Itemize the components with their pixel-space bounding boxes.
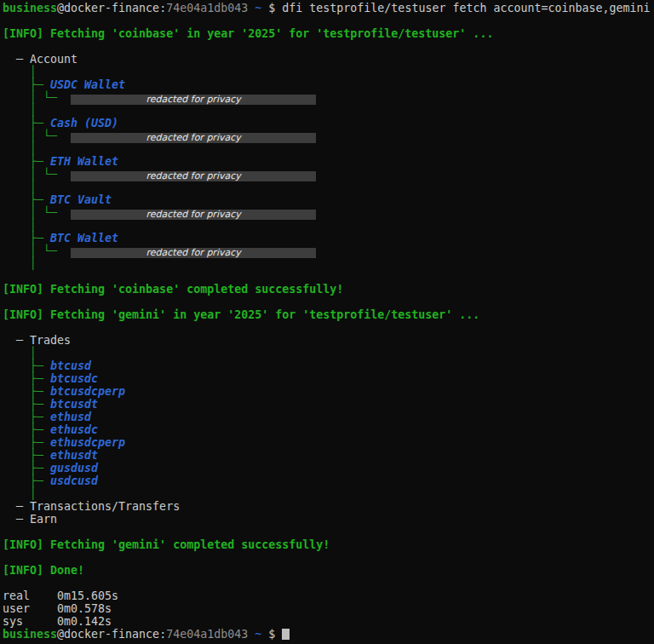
terminal-line: ├─ ethusdc — [3, 423, 654, 436]
terminal-line: │ — [3, 181, 654, 193]
terminal-text: ├─ — [3, 423, 50, 436]
terminal-line: ─ Trades — [3, 334, 654, 347]
terminal-line: │ └─ redacted for privacy — [3, 129, 654, 142]
terminal-text: sys 0m0.142s — [3, 615, 112, 628]
terminal-line: user 0m0.578s — [3, 602, 654, 615]
terminal-text: │ — [3, 487, 37, 500]
terminal-text: BTC Wallet — [50, 232, 118, 244]
terminal-line: │ — [3, 104, 654, 117]
terminal-text: dfi testprofile/testuser fetch account=c… — [282, 2, 650, 14]
terminal-line — [3, 321, 654, 334]
terminal-line: ├─ Cash (USD) — [3, 117, 654, 129]
terminal-text: btcusdcperp — [50, 385, 125, 398]
terminal-line — [3, 296, 654, 308]
terminal-line: real 0m15.605s — [3, 589, 654, 602]
terminal-line: │ └─ redacted for privacy — [3, 206, 654, 219]
terminal-text: $ — [261, 628, 282, 641]
terminal-line — [3, 14, 654, 27]
terminal-line: ├─ btcusdc — [3, 372, 654, 385]
terminal-text: [INFO] Fetching 'coinbase' completed suc… — [3, 283, 343, 296]
terminal-line — [3, 40, 654, 53]
terminal-text: ├─ — [3, 359, 50, 372]
terminal-text: │ — [3, 257, 37, 270]
terminal-text: ├─ — [3, 398, 50, 411]
terminal-line: [INFO] Fetching 'coinbase' completed suc… — [3, 283, 654, 296]
terminal-line: ├─ ethusdt — [3, 449, 654, 462]
terminal-text: ETH Wallet — [50, 155, 118, 168]
terminal-line: │ — [3, 487, 654, 500]
terminal-text: ─ Earn — [3, 513, 57, 526]
terminal-text: │ — [3, 104, 37, 117]
terminal-line: │ — [3, 142, 654, 155]
terminal-line: │ └─ redacted for privacy — [3, 168, 654, 181]
terminal-line: ├─ btcusdcperp — [3, 385, 654, 398]
terminal-line: ├─ ethusdcperp — [3, 436, 654, 449]
terminal-line: ├─ ETH Wallet — [3, 155, 654, 168]
terminal-text: ├─ — [3, 117, 50, 129]
terminal-line: │ └─ redacted for privacy — [3, 91, 654, 104]
redacted-bar: redacted for privacy — [71, 171, 316, 181]
terminal-text: user 0m0.578s — [3, 602, 112, 615]
terminal-text: btcusd — [50, 359, 91, 372]
terminal-line: │ └─ redacted for privacy — [3, 244, 654, 257]
terminal-text: ethusd — [50, 411, 91, 423]
terminal-text: ├─ — [3, 232, 50, 244]
terminal-text: USDC Wallet — [50, 78, 125, 91]
terminal-text: ├─ — [3, 193, 50, 206]
terminal-line: ├─ btcusd — [3, 359, 654, 372]
terminal-line: ├─ ethusd — [3, 411, 654, 423]
terminal-line: │ — [3, 257, 654, 270]
terminal-line: business@docker-finance:74e04a1db043 ~ $… — [3, 2, 654, 14]
terminal-text: @docker-finance: — [57, 628, 166, 641]
redacted-bar: redacted for privacy — [71, 133, 316, 143]
terminal-text: 74e04a1db043 — [166, 628, 248, 641]
terminal-text: $ — [261, 2, 282, 14]
terminal-text: ├─ — [3, 449, 50, 462]
terminal-line: sys 0m0.142s — [3, 615, 654, 628]
redacted-bar: redacted for privacy — [71, 95, 316, 105]
terminal-line — [3, 526, 654, 538]
terminal-text: ├─ — [3, 474, 50, 487]
terminal-line: business@docker-finance:74e04a1db043 ~ $ — [3, 628, 654, 641]
terminal-text: │ └─ — [3, 206, 71, 219]
terminal-line: │ — [3, 219, 654, 232]
terminal-text: ├─ — [3, 436, 50, 449]
terminal-line: ─ Earn — [3, 513, 654, 526]
terminal-line: [INFO] Fetching 'coinbase' in year '2025… — [3, 27, 654, 40]
terminal-text: │ — [3, 142, 37, 155]
terminal-text: [INFO] Fetching 'gemini' in year '2025' … — [3, 308, 479, 321]
redacted-bar: redacted for privacy — [71, 210, 316, 220]
terminal-text: btcusdc — [50, 372, 98, 385]
terminal-text: [INFO] Fetching 'gemini' completed succe… — [3, 538, 330, 551]
terminal-line: [INFO] Fetching 'gemini' completed succe… — [3, 538, 654, 551]
terminal-text: │ └─ — [3, 91, 71, 104]
terminal-text: ├─ — [3, 78, 50, 91]
terminal-text: btcusdt — [50, 398, 98, 411]
terminal-text: gusdusd — [50, 462, 98, 474]
terminal-text: 74e04a1db043 — [166, 2, 248, 14]
terminal-text: │ └─ — [3, 129, 71, 142]
redacted-bar: redacted for privacy — [71, 248, 316, 258]
terminal-line: [INFO] Fetching 'gemini' in year '2025' … — [3, 308, 654, 321]
terminal-line: ├─ BTC Wallet — [3, 232, 654, 244]
terminal-text: usdcusd — [50, 474, 98, 487]
terminal-text: BTC Vault — [50, 193, 112, 206]
terminal-text: business — [3, 628, 57, 641]
terminal-text: │ └─ — [3, 168, 71, 181]
terminal-text: [INFO] Fetching 'coinbase' in year '2025… — [3, 27, 493, 40]
terminal-text: │ — [3, 347, 37, 359]
terminal[interactable]: business@docker-finance:74e04a1db043 ~ $… — [0, 0, 654, 644]
terminal-text: @docker-finance: — [57, 2, 166, 14]
terminal-line: ─ Account — [3, 53, 654, 66]
terminal-text: ─ Transactions/Transfers — [3, 500, 180, 513]
terminal-line: ─ Transactions/Transfers — [3, 500, 654, 513]
terminal-text: ─ Trades — [3, 334, 71, 347]
terminal-text: │ — [3, 66, 37, 78]
terminal-line — [3, 577, 654, 589]
terminal-text: real 0m15.605s — [3, 589, 118, 602]
terminal-text: [INFO] Done! — [3, 564, 84, 577]
terminal-text: ├─ — [3, 411, 50, 423]
terminal-text: ─ Account — [3, 53, 77, 66]
terminal-line: ├─ btcusdt — [3, 398, 654, 411]
terminal-text: ├─ — [3, 385, 50, 398]
